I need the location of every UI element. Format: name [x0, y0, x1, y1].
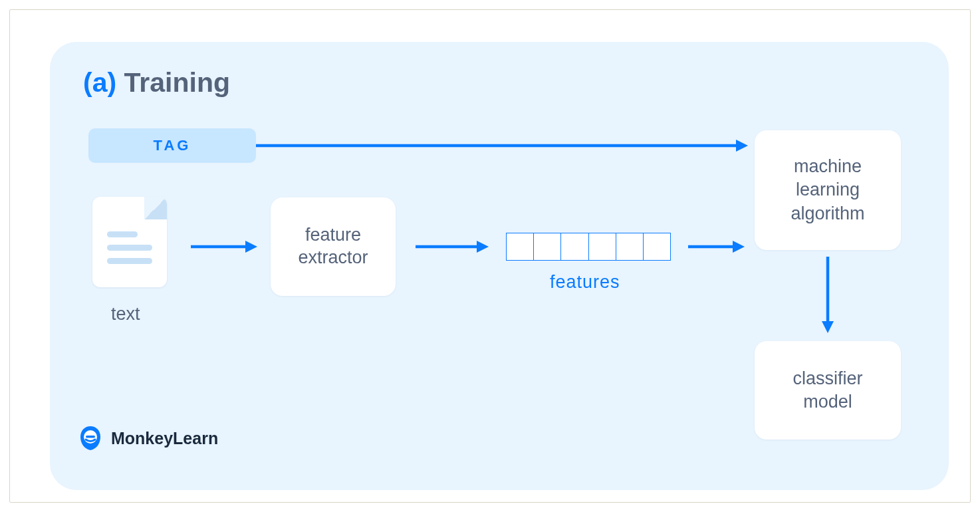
outer-frame: (a) Training TAG text feature extractor: [9, 9, 971, 503]
heading-prefix: (a): [83, 67, 116, 98]
classifier-model-label: classifier model: [793, 367, 862, 414]
features-label: features: [550, 272, 620, 293]
brand-logo: MonkeyLearn: [78, 425, 218, 451]
feature-cell: [616, 233, 644, 261]
brand-name: MonkeyLearn: [111, 429, 218, 448]
feature-vector: [506, 233, 671, 261]
feature-cell: [506, 233, 534, 261]
heading-title: Training: [124, 67, 230, 98]
feature-cell: [534, 233, 561, 261]
feature-cell: [644, 233, 671, 261]
doc-line: [107, 258, 152, 264]
feature-cell: [561, 233, 588, 261]
doc-line: [107, 231, 138, 237]
panel-heading: (a) Training: [83, 67, 230, 98]
ml-algorithm-label: machine learning algorithm: [791, 155, 864, 225]
monkeylearn-icon: [78, 425, 103, 451]
ml-algorithm-box: machine learning algorithm: [755, 130, 901, 250]
tag-label: TAG: [154, 137, 191, 154]
tag-pill: TAG: [88, 128, 256, 163]
feature-cell: [589, 233, 616, 261]
classifier-model-box: classifier model: [755, 341, 901, 440]
diagram-panel: (a) Training TAG text feature extractor: [50, 42, 949, 490]
svg-rect-11: [86, 436, 95, 438]
arrow-extractor-to-features: [416, 247, 489, 260]
svg-marker-3: [245, 241, 257, 253]
doc-line: [107, 245, 152, 251]
svg-marker-9: [822, 321, 834, 333]
text-input-label: text: [111, 304, 140, 324]
svg-marker-5: [477, 241, 489, 253]
svg-marker-7: [733, 241, 745, 253]
feature-extractor-label: feature extractor: [298, 224, 368, 269]
arrow-tag-to-ml: [256, 146, 748, 159]
svg-marker-1: [736, 140, 748, 152]
arrow-ml-to-classifier: [821, 257, 834, 333]
arrow-features-to-ml: [688, 247, 745, 260]
feature-extractor-box: feature extractor: [271, 197, 396, 296]
document-fold-icon: [144, 197, 167, 219]
arrow-text-to-extractor: [191, 247, 257, 260]
document-icon: [92, 197, 167, 287]
